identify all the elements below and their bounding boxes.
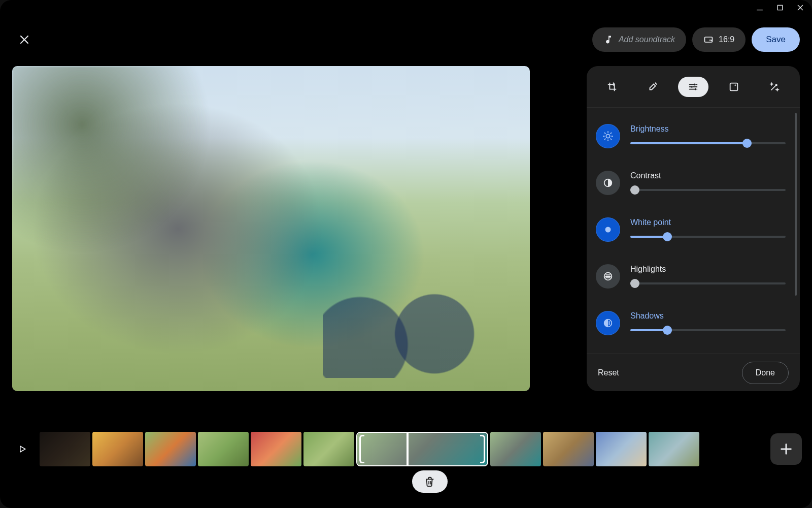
save-label: Save xyxy=(766,35,786,45)
thumb-image xyxy=(543,432,594,466)
minimize-button[interactable] xyxy=(755,3,764,12)
contrast-slider[interactable] xyxy=(630,185,786,195)
playhead[interactable] xyxy=(407,432,409,466)
adjust-label: Highlights xyxy=(630,265,786,274)
done-label: Done xyxy=(756,368,775,377)
adjust-label: Contrast xyxy=(630,171,786,180)
adjust-body: Highlights xyxy=(630,265,786,288)
plus-icon xyxy=(779,442,793,456)
video-preview[interactable] xyxy=(12,66,530,391)
window-controls xyxy=(755,3,805,12)
adjust-label: Brightness xyxy=(630,124,786,134)
contrast-icon[interactable] xyxy=(596,171,620,195)
minimize-icon xyxy=(756,4,764,12)
adjust-label: White point xyxy=(630,218,786,227)
delete-clip-button[interactable] xyxy=(412,470,448,493)
timeline xyxy=(0,428,812,470)
panel-footer: Reset Done xyxy=(587,354,800,391)
play-icon xyxy=(17,444,27,454)
reset-button[interactable]: Reset xyxy=(598,368,619,377)
svg-rect-0 xyxy=(777,5,782,10)
adjust-row-whitepoint: White point xyxy=(596,206,786,253)
thumb-image xyxy=(198,432,249,466)
brightness-icon[interactable] xyxy=(596,124,620,148)
crop-rotate-icon xyxy=(606,81,618,92)
aspect-ratio-icon xyxy=(703,35,714,45)
trim-handle-left[interactable] xyxy=(359,435,364,463)
trim-handle-right[interactable] xyxy=(480,435,485,463)
tab-filters[interactable] xyxy=(719,77,749,97)
adjust-body: Brightness xyxy=(630,124,786,148)
done-button[interactable]: Done xyxy=(742,362,789,384)
timeline-thumb[interactable] xyxy=(490,432,541,466)
whitepoint-icon[interactable] xyxy=(596,217,620,242)
thumb-strip[interactable] xyxy=(40,431,762,467)
adjust-scroll: BrightnessContrastWhite pointHighlightsS… xyxy=(587,108,800,354)
adjust-body: White point xyxy=(630,218,786,241)
whitepoint-slider[interactable] xyxy=(630,232,786,241)
thumb-image xyxy=(357,433,487,465)
timeline-thumb[interactable] xyxy=(251,432,301,466)
svg-point-2 xyxy=(694,83,696,85)
trash-icon xyxy=(424,476,435,487)
svg-point-3 xyxy=(691,86,693,88)
filters-icon xyxy=(728,81,739,92)
thumb-image xyxy=(649,432,699,466)
panel-scrollbar[interactable] xyxy=(795,113,797,296)
svg-point-6 xyxy=(606,134,610,138)
shadows-slider[interactable] xyxy=(630,326,786,335)
thumb-image xyxy=(490,432,541,466)
adjust-row-brightness: Brightness xyxy=(596,113,786,160)
svg-point-8 xyxy=(605,227,611,233)
thumb-image xyxy=(145,432,196,466)
play-button[interactable] xyxy=(10,437,35,461)
adjust-row-highlights: Highlights xyxy=(596,253,786,300)
adjustments-panel: BrightnessContrastWhite pointHighlightsS… xyxy=(587,66,800,391)
thumb-image xyxy=(92,432,143,466)
adjust-row-contrast: Contrast xyxy=(596,160,786,206)
adjust-row-shadows: Shadows xyxy=(596,300,786,346)
adjust-label: Shadows xyxy=(630,311,786,321)
music-note-icon xyxy=(603,35,614,45)
close-icon xyxy=(18,34,30,46)
highlights-slider[interactable] xyxy=(630,279,786,288)
thumb-image xyxy=(596,432,647,466)
tab-crop[interactable] xyxy=(597,77,627,97)
thumb-image xyxy=(251,432,301,466)
timeline-thumb[interactable] xyxy=(543,432,594,466)
magic-wand-icon xyxy=(769,81,780,92)
adjust-list: BrightnessContrastWhite pointHighlightsS… xyxy=(587,108,800,352)
add-soundtrack-button[interactable]: Add soundtrack xyxy=(592,27,686,52)
aspect-ratio-button[interactable]: 16:9 xyxy=(692,27,746,52)
svg-point-4 xyxy=(695,88,697,90)
timeline-thumb[interactable] xyxy=(303,432,354,466)
reset-label: Reset xyxy=(598,368,619,377)
window-close-button[interactable] xyxy=(796,3,805,12)
timeline-thumb[interactable] xyxy=(356,432,488,466)
tab-adjust[interactable] xyxy=(678,77,708,97)
adjust-body: Contrast xyxy=(630,171,786,195)
tool-tabs xyxy=(587,66,800,108)
timeline-thumb[interactable] xyxy=(145,432,196,466)
timeline-thumb[interactable] xyxy=(92,432,143,466)
brightness-slider[interactable] xyxy=(630,139,786,148)
tab-tools[interactable] xyxy=(637,77,668,97)
thumb-image xyxy=(303,432,354,466)
highlights-icon[interactable] xyxy=(596,264,620,289)
shadows-icon[interactable] xyxy=(596,311,620,335)
maximize-button[interactable] xyxy=(775,3,785,12)
close-icon xyxy=(796,4,804,12)
timeline-thumb[interactable] xyxy=(596,432,647,466)
timeline-thumb[interactable] xyxy=(649,432,699,466)
tab-magic[interactable] xyxy=(759,77,790,97)
timeline-thumb[interactable] xyxy=(198,432,249,466)
timeline-thumb[interactable] xyxy=(40,432,90,466)
maximize-icon xyxy=(776,4,784,12)
svg-rect-5 xyxy=(730,83,738,90)
preview-image xyxy=(12,66,530,391)
close-editor-button[interactable] xyxy=(12,27,37,52)
editor-header: Add soundtrack 16:9 Save xyxy=(0,24,812,55)
add-clip-button[interactable] xyxy=(770,433,802,465)
aspect-ratio-value: 16:9 xyxy=(719,35,734,44)
save-button[interactable]: Save xyxy=(752,27,800,52)
